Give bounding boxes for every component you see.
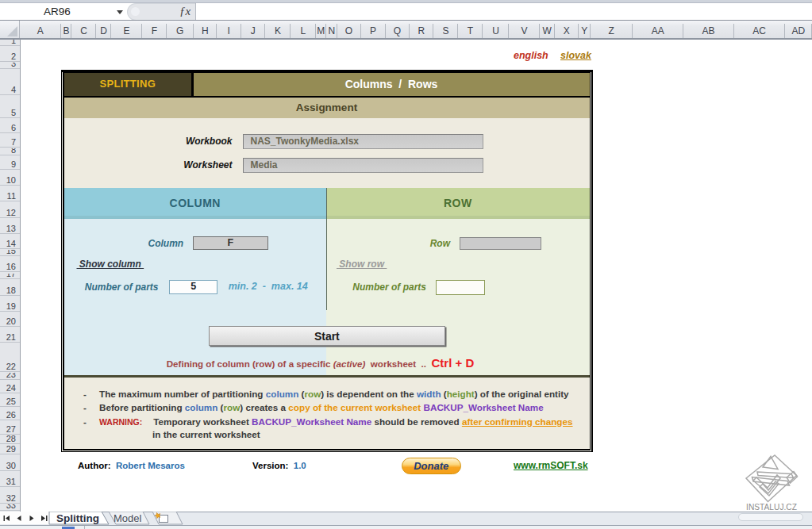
svg-text:Splitting: Splitting xyxy=(56,512,99,524)
svg-text:INSTALUJ.CZ: INSTALUJ.CZ xyxy=(746,503,797,512)
svg-text:Model: Model xyxy=(114,512,142,524)
